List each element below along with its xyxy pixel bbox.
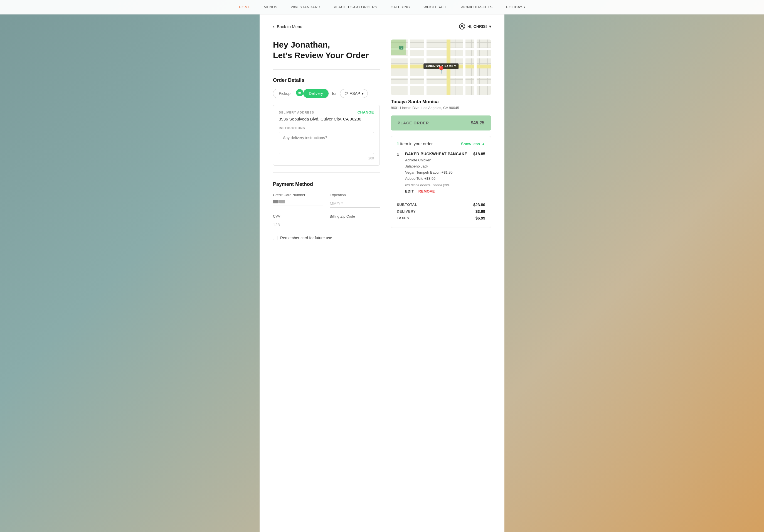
order-item: 1 BAKED BUCKWHEAT PANCAKE $18.85 Achiote… (397, 152, 485, 193)
item-word: item (400, 141, 408, 146)
back-to-menu-link[interactable]: ‹ Back to Menu (273, 24, 302, 29)
for-text: for (332, 91, 337, 96)
greeting-chevron-icon: ▾ (489, 24, 491, 29)
taxes-label: TAXES (397, 216, 409, 220)
nav-catering[interactable]: CATERING (391, 5, 410, 9)
edit-item-button[interactable]: EDIT (405, 189, 414, 193)
expiry-input[interactable] (330, 199, 380, 208)
cvv-zip-row: CVV Billing Zip Code (273, 214, 380, 229)
order-type-row: Pickup or Delivery for ⏱ ASAP ▾ (273, 89, 380, 98)
payment-section: Payment Method Credit Card Number (273, 181, 380, 240)
item-name: BAKED BUCKWHEAT PANCAKE (405, 152, 467, 156)
main-card: ‹ Back to Menu HI, CHRIS! ▾ Hey Jonathan… (260, 14, 504, 532)
navigation: HOME MENUS 20% STANDARD PLACE TO-GO ORDE… (0, 0, 764, 14)
asap-label: ASAP (350, 91, 360, 96)
remember-label[interactable]: Remember card for future use (280, 236, 332, 240)
remember-card-row: Remember card for future use (273, 236, 380, 240)
delivery-button[interactable]: Delivery (303, 89, 328, 98)
address-label-row: DELIVERY ADDRESS CHANGE (279, 110, 374, 114)
remove-item-button[interactable]: REMOVE (419, 189, 435, 193)
item-modifier-1: Jalapeno Jack (405, 163, 485, 169)
delivery-fee-label: DELIVERY (397, 209, 416, 214)
back-chevron-icon: ‹ (273, 24, 275, 29)
clock-icon: ⏱ (344, 91, 348, 96)
user-icon (459, 23, 465, 30)
char-count: 200 (279, 156, 374, 160)
place-order-button[interactable]: PLACE ORDER $45.25 (391, 115, 491, 130)
item-note: No black beans. Thank you. (405, 183, 485, 187)
map-green-area (391, 40, 406, 55)
nav-holidays[interactable]: HOLIDAYS (506, 5, 525, 9)
taxes-value: $6.99 (476, 216, 485, 220)
count-number: 1 (397, 141, 399, 146)
delivery-address-label: DELIVERY ADDRESS (279, 111, 314, 114)
greeting-text: HI, CHRIS! (468, 24, 487, 29)
cc-field: Credit Card Number (273, 193, 323, 208)
zip-field: Billing Zip Code (330, 214, 380, 229)
subtotal-row: SUBTOTAL $23.80 (397, 203, 485, 207)
cvv-input[interactable] (273, 221, 323, 229)
item-count-suffix: in your order (409, 141, 433, 146)
nav-home[interactable]: HOME (239, 5, 251, 9)
order-details-title: Order Details (273, 77, 380, 83)
nav-picnic[interactable]: PICNIC BASKETS (461, 5, 493, 9)
pickup-delivery-toggle[interactable]: Pickup or Delivery (273, 89, 329, 98)
map-road (463, 40, 466, 95)
change-address-link[interactable]: CHANGE (357, 110, 374, 114)
left-column: Hey Jonathan, Let's Review Your Order Or… (273, 40, 380, 240)
user-greeting[interactable]: HI, CHRIS! ▾ (459, 23, 491, 30)
restaurant-address: 8601 Lincoln Blvd, Los Angeles, CA 90045 (391, 106, 491, 110)
right-column: ▽ FRIENDS & FAMILY 📍 Tocaya Santa Monica… (391, 40, 491, 240)
nav-standard[interactable]: 20% STANDARD (291, 5, 320, 9)
subtotal-label: SUBTOTAL (397, 203, 417, 207)
summary-header: 1 item in your order Show less ▲ (397, 141, 485, 146)
page-title: Hey Jonathan, Let's Review Your Order (273, 40, 380, 60)
nav-place-to-go[interactable]: PLACE TO-GO ORDERS (334, 5, 377, 9)
show-less-button[interactable]: Show less ▲ (461, 142, 485, 146)
cvv-field: CVV (273, 214, 323, 229)
item-details: BAKED BUCKWHEAT PANCAKE $18.85 Achiote C… (405, 152, 485, 193)
asap-button[interactable]: ⏱ ASAP ▾ (340, 89, 368, 98)
address-value: 3936 Sepulveda Blvd, Culver City, CA 902… (279, 116, 374, 121)
remember-checkbox[interactable] (273, 236, 278, 240)
card-icon (273, 200, 285, 203)
place-order-label: PLACE ORDER (398, 121, 429, 125)
place-order-price: $45.25 (471, 120, 484, 125)
back-label: Back to Menu (277, 24, 302, 29)
item-name-price-row: BAKED BUCKWHEAT PANCAKE $18.85 (405, 152, 485, 156)
or-badge: or (296, 89, 303, 96)
cc-expiry-row: Credit Card Number Expiration (273, 193, 380, 208)
zip-label: Billing Zip Code (330, 214, 380, 218)
item-modifier-2: Vegan Tempeh Bacon +$1.95 (405, 169, 485, 176)
item-modifier-3: Adobo Tofu +$3.95 (405, 176, 485, 182)
instructions-textarea[interactable] (279, 132, 374, 154)
pickup-button[interactable]: Pickup (273, 89, 296, 98)
map-pin-icon: 📍 (436, 66, 446, 75)
show-less-label: Show less (461, 142, 480, 146)
item-modifier-0: Achiote Chicken (405, 157, 485, 163)
item-qty: 1 (397, 152, 401, 193)
map-road (475, 40, 477, 95)
map-container: ▽ FRIENDS & FAMILY 📍 (391, 40, 491, 95)
delivery-fee-value: $3.99 (476, 209, 485, 214)
taxes-row: TAXES $6.99 (397, 216, 485, 220)
address-divider (273, 172, 380, 173)
item-actions: EDIT REMOVE (405, 189, 485, 193)
delivery-row: DELIVERY $3.99 (397, 209, 485, 214)
payment-title: Payment Method (273, 181, 380, 187)
expiry-field: Expiration (330, 193, 380, 208)
expiry-label: Expiration (330, 193, 380, 197)
nav-wholesale[interactable]: WHOLESALE (424, 5, 447, 9)
cc-input[interactable] (286, 199, 323, 204)
asap-chevron-icon: ▾ (362, 91, 364, 96)
cvv-label: CVV (273, 214, 323, 218)
highway-marker: ▽ (399, 46, 403, 50)
item-count: 1 item in your order (397, 141, 433, 146)
nav-menus[interactable]: MENUS (264, 5, 278, 9)
content-layout: Hey Jonathan, Let's Review Your Order Or… (273, 40, 491, 240)
map-background: ▽ FRIENDS & FAMILY 📍 (391, 40, 491, 95)
zip-input[interactable] (330, 221, 380, 229)
subtotal-value: $23.80 (473, 203, 485, 207)
restaurant-name: Tocaya Santa Monica (391, 99, 491, 104)
address-box: DELIVERY ADDRESS CHANGE 3936 Sepulveda B… (273, 105, 380, 166)
